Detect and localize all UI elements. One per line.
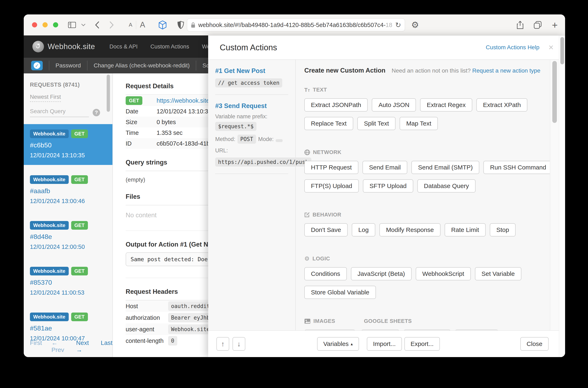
action-type-button[interactable]: Store Global Variable <box>304 286 376 299</box>
pagination-prev[interactable]: ← Prev <box>51 339 66 353</box>
pagination-first[interactable]: First <box>30 339 42 353</box>
action-type-button[interactable]: Auto JSON <box>372 98 416 112</box>
action-type-button[interactable]: Map Text <box>400 117 438 130</box>
request-list-item[interactable]: Webhook.siteGET#aaafb12/01/2024 13:00:46 <box>24 170 112 211</box>
close-window-button[interactable] <box>32 22 37 27</box>
extensions-gear-icon[interactable]: ⚙ <box>411 20 419 30</box>
webhook-extension-icon[interactable] <box>158 20 167 29</box>
page-scrollbar-thumb[interactable] <box>560 37 564 64</box>
help-question-icon[interactable]: ? <box>93 109 100 116</box>
action-type-button[interactable]: Set Variable <box>475 267 521 280</box>
pagination-last[interactable]: Last <box>101 339 112 353</box>
action-type-button[interactable]: Replace Text <box>304 117 353 130</box>
detail-label: Time <box>126 129 156 136</box>
import-button[interactable]: Import... <box>367 337 402 351</box>
text-icon: TT <box>304 87 310 93</box>
verified-check-button[interactable]: ✓ <box>31 61 43 70</box>
action-type-button[interactable]: Extract Regex <box>420 98 472 112</box>
action-meta-label: Variable name prefix: <box>215 113 267 120</box>
action-meta-chip: POST <box>237 135 256 144</box>
request-list-item[interactable]: Webhook.siteGET#8537012/01/2024 11:00:53 <box>24 261 112 302</box>
section-label: TEXT <box>313 87 327 93</box>
action-type-button[interactable]: HTTP Request <box>304 161 358 174</box>
action-type-button[interactable]: Log <box>352 223 375 237</box>
action-title-link[interactable]: #1 Get New Post <box>215 67 288 75</box>
sidebar-scrollbar[interactable] <box>107 75 110 112</box>
request-list-item[interactable]: Webhook.siteGET#06e3812/01/2024 09:00:38 <box>24 353 112 357</box>
action-type-button[interactable]: Resize Image <box>304 330 355 330</box>
search-query-input[interactable]: Search Query <box>30 108 89 117</box>
action-type-button[interactable]: Add Row <box>361 330 399 330</box>
move-up-button[interactable]: ↑ <box>216 337 229 351</box>
nav-custom-actions[interactable]: Custom Actions <box>151 44 189 50</box>
request-url-link[interactable]: https://webhook.site/b <box>156 97 215 104</box>
section-header: ⚙LOGIC <box>304 255 540 262</box>
action-button-row: Extract JSONPathAuto JSONExtract RegexEx… <box>304 98 540 112</box>
section-label: LOGIC <box>312 255 330 262</box>
subnav-change-alias[interactable]: Change Alias (check-webhook-reddit) <box>94 62 190 69</box>
variables-button[interactable]: Variables▴ <box>317 337 359 351</box>
back-icon[interactable] <box>95 21 100 29</box>
page-scrollbar-track[interactable] <box>559 35 565 357</box>
action-type-button[interactable]: Send Email <box>362 161 407 174</box>
modal-scrollbar-track[interactable] <box>550 60 559 330</box>
request-list-item[interactable]: Webhook.siteGET#8d48e12/01/2024 12:00:50 <box>24 216 112 256</box>
action-type-button[interactable]: Send Email (SMTP) <box>411 161 479 174</box>
request-new-action-link[interactable]: Request a new action type <box>472 67 540 74</box>
action-meta-line: Method:POSTMode: <box>215 135 288 144</box>
decrease-font-icon[interactable]: A <box>129 22 132 28</box>
action-button-row: HTTP RequestSend EmailSend Email (SMTP)R… <box>304 161 540 174</box>
webhook-logo-icon[interactable] <box>32 41 44 52</box>
nav-docs-api[interactable]: Docs & API <box>109 44 138 50</box>
action-type-button[interactable]: Extract XPath <box>476 98 527 112</box>
export-button[interactable]: Export... <box>404 337 440 351</box>
action-type-button[interactable]: Modify Response <box>379 223 440 237</box>
detail-label: Date <box>126 108 156 115</box>
action-type-button[interactable]: Run SSH Command <box>483 161 553 174</box>
browser-toolbar: A A webhook.site/#!/bab49480-1a9d-4120-8… <box>24 14 565 35</box>
increase-font-icon[interactable]: A <box>140 20 145 29</box>
shield-icon[interactable] <box>178 21 184 29</box>
close-icon[interactable]: × <box>548 43 554 52</box>
request-badges: Webhook.siteGET <box>30 175 106 184</box>
share-icon[interactable] <box>517 21 523 29</box>
pagination-next[interactable]: Next → <box>76 339 91 353</box>
brand-title[interactable]: Webhook.site <box>48 42 95 51</box>
action-type-button[interactable]: Database Query <box>417 179 476 193</box>
action-type-button[interactable]: Don't Save <box>304 223 348 237</box>
chevron-down-icon[interactable] <box>81 24 85 26</box>
method-badge: GET <box>126 96 142 105</box>
move-down-button[interactable]: ↓ <box>232 337 245 351</box>
close-button[interactable]: Close <box>520 337 549 351</box>
action-type-button[interactable]: WebhookScript <box>416 267 471 280</box>
forward-icon[interactable] <box>109 21 114 29</box>
action-title-link[interactable]: #3 Send Request <box>215 102 288 110</box>
action-type-button[interactable]: Update Row <box>404 330 451 330</box>
action-type-button[interactable]: Rate Limit <box>445 223 486 237</box>
need-action-note: Need an action not on this list? Request… <box>392 67 540 74</box>
modal-scrollbar-thumb[interactable] <box>552 61 557 123</box>
minimize-window-button[interactable] <box>43 22 48 27</box>
action-type-button[interactable]: Extract JSONPath <box>304 98 368 112</box>
subnav-password[interactable]: Password <box>55 62 81 69</box>
tab-overview-icon[interactable] <box>534 21 542 29</box>
action-type-button[interactable]: JavaScript (Beta) <box>351 267 411 280</box>
url-bar[interactable]: webhook.site/#!/bab49480-1a9d-4120-88b5-… <box>187 18 405 31</box>
zoom-window-button[interactable] <box>53 22 58 27</box>
action-type-button[interactable]: FTP(S) Upload <box>304 179 359 193</box>
action-type-button[interactable]: Get Values <box>455 330 498 330</box>
new-tab-icon[interactable]: + <box>552 19 558 31</box>
request-list-item[interactable]: Webhook.siteGET#c6b5012/01/2024 13:10:35 <box>24 124 112 165</box>
action-button-row: Store Global Variable <box>304 286 540 299</box>
caret-up-icon: ▴ <box>351 341 353 346</box>
refresh-icon[interactable]: ↻ <box>395 21 401 29</box>
custom-actions-help-link[interactable]: Custom Actions Help <box>486 44 539 51</box>
sort-newest-first-link[interactable]: Newest First <box>30 94 61 102</box>
action-type-button[interactable]: SFTP Upload <box>363 179 413 193</box>
requests-count-label: REQUESTS (8741) <box>30 82 112 88</box>
sidebar-toggle-icon[interactable] <box>68 22 76 28</box>
action-type-button[interactable]: Split Text <box>357 117 396 130</box>
action-type-button[interactable]: Stop <box>490 223 516 237</box>
images-sheets-row: IMAGESResize ImageGOOGLE SHEETSAdd RowUp… <box>304 318 540 330</box>
action-type-button[interactable]: Conditions <box>304 267 347 280</box>
